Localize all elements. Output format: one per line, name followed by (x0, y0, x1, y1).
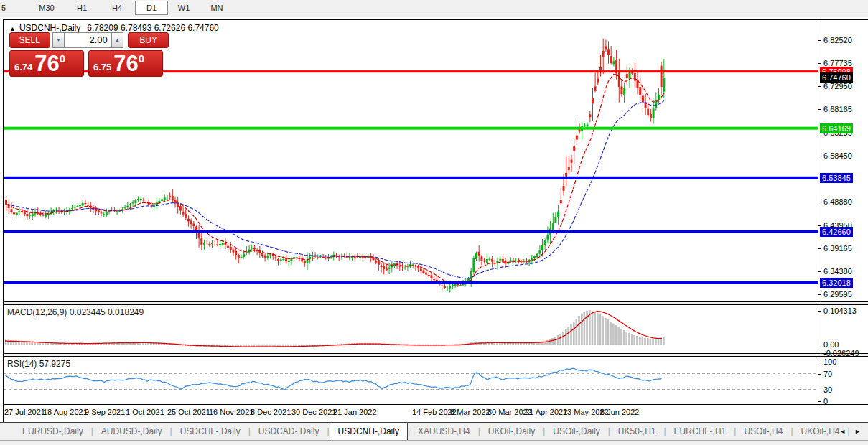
chart-canvas[interactable] (4, 20, 818, 422)
level-line-6.64169[interactable] (4, 127, 818, 130)
current-price-label: 6.74760 (820, 72, 853, 83)
price-tick-label: 6.68165 (823, 105, 852, 114)
date-label: 8 Dec 2021 (251, 408, 291, 416)
date-label: 8 Mar 2022 (450, 408, 490, 416)
collapse-arrow-icon[interactable]: ▲ (9, 25, 16, 32)
pane-splitter-macd[interactable] (4, 301, 868, 305)
rsi-axis-label: 100 (823, 357, 836, 367)
tab-audusd-daily[interactable]: AUDUSD-,Daily (93, 423, 170, 440)
timeframe-button-5[interactable]: 5 (0, 1, 11, 14)
timeframe-toolbar: 5M30H1H4D1W1MN (0, 0, 868, 17)
timeframe-button-h4[interactable]: H4 (101, 1, 133, 14)
buy-button[interactable]: BUY (128, 32, 169, 48)
rsi-axis-label: 0 (823, 397, 828, 406)
tab-ukoil-daily[interactable]: UKOil-,Daily (480, 423, 543, 440)
tab-eurchf-h1[interactable]: EURCHF-,H1 (666, 423, 734, 440)
level-line-6.53845[interactable] (4, 177, 818, 179)
chart-title: ▲USDCNH-,Daily6.78209 6.78493 6.72626 6.… (9, 23, 219, 33)
axis-tick (818, 248, 821, 249)
date-label: 30 Dec 2021 (291, 408, 336, 416)
chart-area: 6.825206.777356.729506.681656.632356.584… (3, 19, 868, 422)
price-tick-label: 6.72950 (823, 82, 852, 91)
date-label: 21 Jan 2022 (333, 408, 377, 416)
tab-usdcnh-daily[interactable]: USDCNH-,Daily (330, 422, 408, 440)
tab-usdchf-daily[interactable]: USDCHF-,Daily (172, 423, 248, 440)
price-tick-label: 6.58450 (823, 151, 852, 161)
price-tick-label: 6.48880 (823, 197, 852, 207)
timeframe-button-d1[interactable]: D1 (135, 1, 168, 15)
buy-price-small: 6.75 (93, 62, 111, 72)
one-click-trading-panel: SELL ▼ 2.00 ▲ BUY 6.74 76 0 6.75 76 0 (9, 32, 169, 77)
tab-usoil-h4[interactable]: USOil-,H4 (736, 423, 790, 440)
macd-values: 0.023445 0.018249 (70, 307, 144, 317)
rsi-axis-label: 70 (823, 370, 832, 379)
sell-price-big: 76 (34, 51, 59, 77)
tab-usdcad-daily[interactable]: USDCAD-,Daily (251, 423, 327, 440)
chart-window: 6.825206.777356.729506.681656.632356.584… (0, 17, 868, 422)
chart-bottom-border (4, 404, 868, 405)
tab-scroll-arrows: ◄► (831, 423, 861, 440)
tab-xauusd-h4[interactable]: XAUUSD-,H4 (410, 423, 478, 440)
rsi-line (5, 368, 662, 390)
sell-price-button[interactable]: 6.74 76 0 (9, 50, 84, 77)
price-tick-label: 6.29595 (823, 290, 852, 299)
price-tick-label: 6.39165 (823, 244, 852, 253)
chart-ohlc-values: 6.78209 6.78493 6.72626 6.74760 (87, 23, 219, 33)
chart-symbol-period: USDCNH-,Daily (19, 23, 80, 33)
price-tick-label: 6.82520 (823, 36, 852, 45)
level-price-label: 6.32018 (820, 278, 853, 288)
axis-tick (818, 362, 821, 362)
axis-tick (818, 345, 821, 345)
buy-price-button[interactable]: 6.75 76 0 (88, 50, 163, 77)
level-price-label: 6.64169 (820, 123, 853, 134)
symbol-tab-bar: EURUSD-,Daily|AUDUSD-,Daily|USDCHF-,Dail… (0, 422, 868, 440)
tab-usoil-daily[interactable]: USOil-,Daily (545, 423, 607, 440)
rsi-value: 57.9275 (39, 359, 70, 369)
rsi-axis-label: 30 (823, 385, 832, 395)
status-strip (0, 440, 868, 445)
axis-tick (818, 311, 821, 312)
tab-eurusd-daily[interactable]: EURUSD-,Daily (14, 423, 91, 440)
level-line-6.4266[interactable] (4, 230, 818, 233)
axis-tick (818, 353, 821, 354)
timeframe-button-w1[interactable]: W1 (168, 1, 200, 14)
price-axis-line (818, 20, 818, 404)
axis-tick (818, 374, 821, 375)
date-label: 21 Apr 2022 (525, 408, 567, 416)
price-tick-label: 6.34380 (823, 267, 852, 276)
date-label: 9 Sep 2021 (85, 408, 125, 416)
level-line-6.32018[interactable] (4, 281, 818, 284)
macd-axis-label: 0.104313 (823, 306, 857, 316)
tab-hk50-h1[interactable]: HK50-,H1 (610, 423, 664, 440)
tab-scroll-right-icon[interactable]: ► (854, 428, 861, 435)
buy-price-big: 76 (113, 51, 138, 77)
timeframe-button-mn[interactable]: MN (200, 1, 233, 14)
timeframe-button-m30[interactable]: M30 (30, 1, 63, 14)
macd-indicator-label: MACD(12,26,9) 0.023445 0.018249 (7, 307, 144, 317)
buy-price-sup: 0 (139, 52, 144, 65)
volume-input[interactable]: 2.00 (65, 32, 111, 48)
volume-decrease-button[interactable]: ▼ (52, 32, 65, 48)
date-label: 1 Oct 2021 (126, 408, 164, 416)
sell-price-small: 6.74 (14, 62, 32, 72)
level-price-label: 6.42660 (820, 227, 853, 237)
axis-tick (818, 109, 821, 110)
axis-tick (818, 401, 821, 402)
axis-tick (818, 156, 821, 156)
volume-increase-button[interactable]: ▲ (111, 32, 124, 48)
tab-scroll-left-icon[interactable]: ◄ (839, 428, 846, 435)
axis-tick (818, 390, 821, 390)
date-label: 16 Nov 2021 (209, 408, 253, 416)
axis-tick (818, 225, 821, 226)
axis-tick (818, 271, 821, 272)
pane-splitter-rsi[interactable] (4, 353, 868, 357)
axis-tick (818, 40, 821, 41)
timeframe-button-h1[interactable]: H1 (66, 1, 98, 14)
date-label: 27 Jul 2021 (4, 408, 45, 416)
axis-tick (818, 86, 821, 87)
axis-tick (818, 294, 821, 295)
sell-button[interactable]: SELL (9, 32, 50, 48)
level-price-label: 6.53845 (820, 173, 853, 183)
rsi-indicator-label: RSI(14) 57.9275 (7, 359, 70, 369)
macd-name: MACD(12,26,9) (7, 307, 67, 317)
